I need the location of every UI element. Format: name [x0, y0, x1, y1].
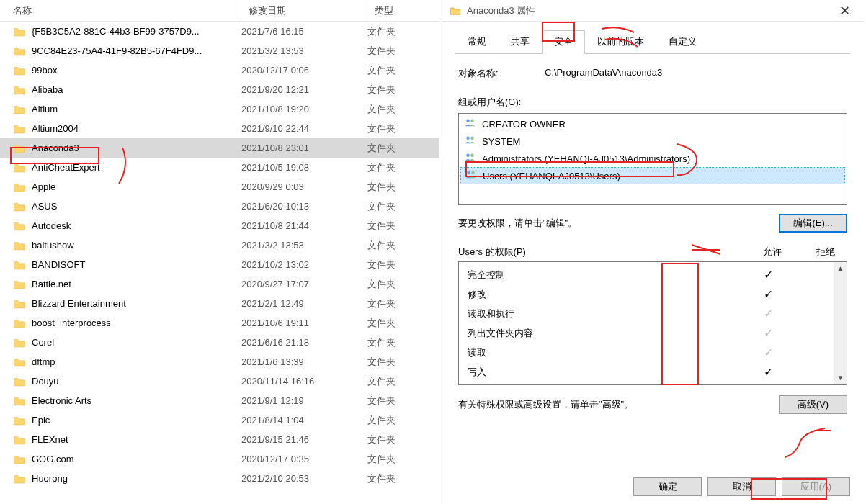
permissions-scrollbar[interactable]: ▲ ▼	[834, 262, 847, 384]
permissions-listbox: 完全控制✓修改✓读取和执行✓列出文件夹内容✓读取✓写入✓ ▲ ▼	[458, 261, 847, 385]
groups-label: 组或用户名(G):	[458, 96, 847, 109]
file-row[interactable]: BANDISOFT2021/10/2 13:02文件夹	[0, 255, 439, 274]
file-row[interactable]: Altium20042021/9/10 22:44文件夹	[0, 119, 439, 138]
dialog-title-bar[interactable]: Anaconda3 属性 ✕	[442, 0, 863, 22]
tab-security[interactable]: 安全	[542, 30, 585, 54]
folder-icon	[13, 414, 26, 427]
file-row[interactable]: baitushow2021/3/2 13:53文件夹	[0, 235, 439, 255]
allow-check-icon: ✓	[747, 365, 789, 379]
file-name: AntiCheatExpert	[32, 162, 241, 173]
permission-row: 列出文件夹内容✓	[459, 323, 834, 343]
folder-icon	[13, 317, 26, 330]
file-row[interactable]: Apple2020/9/29 0:03文件夹	[0, 177, 439, 197]
apply-button[interactable]: 应用(A)	[782, 477, 850, 496]
file-row[interactable]: 99box2020/12/17 0:06文件夹	[0, 60, 439, 80]
file-name: 9CC84E23-75A4-41F9-82B5-67F4FD9...	[32, 45, 241, 56]
file-row[interactable]: GOG.com2020/12/17 0:35文件夹	[0, 449, 439, 469]
permission-name: 列出文件夹内容	[468, 327, 747, 340]
file-type: 文件夹	[367, 181, 425, 194]
file-name: Epic	[32, 415, 241, 426]
file-row[interactable]: Autodesk2021/10/8 21:44文件夹	[0, 216, 439, 235]
column-name[interactable]: 名称	[0, 0, 241, 21]
file-type: 文件夹	[367, 414, 425, 427]
allow-check-icon: ✓	[747, 268, 789, 282]
file-type: 文件夹	[367, 356, 425, 369]
svg-point-6	[467, 171, 470, 175]
group-item[interactable]: CREATOR OWNER	[460, 115, 845, 132]
file-name: baitushow	[32, 240, 241, 251]
tab-share[interactable]: 共享	[499, 30, 542, 53]
file-type: 文件夹	[367, 317, 425, 330]
file-row[interactable]: Anaconda32021/10/8 23:01文件夹	[0, 138, 439, 158]
tab-previous-versions[interactable]: 以前的版本	[585, 30, 656, 53]
file-name: {F5B3C5A2-881C-44b3-BF99-3757D9...	[32, 26, 241, 37]
file-date: 2021/6/20 10:13	[241, 201, 367, 212]
deny-header: 拒绝	[804, 246, 847, 258]
group-name: CREATOR OWNER	[482, 119, 566, 130]
list-header: 名称 修改日期 类型	[0, 0, 439, 22]
cancel-button[interactable]: 取消	[707, 477, 776, 496]
svg-point-7	[471, 171, 475, 175]
allow-check-icon: ✓	[747, 307, 789, 320]
object-name-label: 对象名称:	[458, 67, 545, 80]
file-name: Alibaba	[32, 84, 241, 95]
file-date: 2021/9/10 22:44	[241, 123, 367, 134]
edit-button[interactable]: 编辑(E)...	[779, 214, 847, 233]
tab-general[interactable]: 常规	[455, 30, 499, 53]
group-item[interactable]: SYSTEM	[460, 132, 845, 150]
object-name-value: C:\ProgramData\Anaconda3	[545, 67, 662, 80]
file-row[interactable]: Blizzard Entertainment2021/2/1 12:49文件夹	[0, 294, 439, 313]
folder-icon	[13, 122, 26, 135]
column-type[interactable]: 类型	[367, 0, 432, 21]
file-row[interactable]: FLEXnet2021/9/15 21:46文件夹	[0, 430, 439, 449]
folder-icon	[450, 5, 461, 17]
file-date: 2021/9/1 12:19	[241, 395, 367, 406]
file-date: 2021/2/1 12:49	[241, 298, 367, 309]
dialog-footer: 确定 取消 应用(A)	[442, 469, 863, 504]
tab-custom[interactable]: 自定义	[656, 30, 709, 53]
group-name: Users (YEHANQI-AJ0513\Users)	[483, 171, 620, 181]
column-date[interactable]: 修改日期	[241, 0, 367, 21]
file-row[interactable]: ASUS2021/6/20 10:13文件夹	[0, 197, 439, 216]
file-type: 文件夹	[367, 142, 425, 155]
advanced-button[interactable]: 高级(V)	[779, 395, 847, 414]
group-item[interactable]: Users (YEHANQI-AJ0513\Users)	[460, 167, 845, 184]
file-row[interactable]: dftmp2021/1/6 13:39文件夹	[0, 352, 439, 372]
folder-icon	[13, 181, 26, 194]
file-date: 2021/8/14 1:04	[241, 415, 367, 426]
close-icon[interactable]: ✕	[834, 3, 856, 19]
file-row[interactable]: Douyu2020/11/14 16:16文件夹	[0, 372, 439, 391]
file-type: 文件夹	[367, 161, 425, 174]
file-type: 文件夹	[367, 84, 425, 96]
scroll-down-icon[interactable]: ▼	[834, 372, 847, 384]
file-name: Anaconda3	[32, 143, 241, 153]
file-date: 2020/12/17 0:06	[241, 65, 367, 76]
file-type: 文件夹	[367, 278, 425, 291]
file-row[interactable]: Altium2021/10/8 19:20文件夹	[0, 99, 439, 119]
file-date: 2020/9/27 17:07	[241, 279, 367, 289]
file-row[interactable]: Huorong2021/2/10 20:53文件夹	[0, 469, 439, 488]
file-row[interactable]: AntiCheatExpert2021/10/5 19:08文件夹	[0, 158, 439, 177]
file-row[interactable]: Alibaba2021/9/20 12:21文件夹	[0, 80, 439, 99]
groups-listbox[interactable]: CREATOR OWNERSYSTEMAdministrators (YEHAN…	[458, 113, 847, 205]
svg-point-3	[470, 137, 474, 140]
file-date: 2021/3/2 13:53	[241, 240, 367, 251]
permissions-label: Users 的权限(P)	[458, 246, 526, 258]
file-name: BANDISOFT	[32, 259, 241, 270]
file-date: 2021/10/8 21:44	[241, 220, 367, 231]
edit-hint: 要更改权限，请单击"编辑"。	[458, 217, 577, 230]
ok-button[interactable]: 确定	[633, 477, 702, 496]
file-row[interactable]: Battle.net2020/9/27 17:07文件夹	[0, 274, 439, 294]
users-icon	[465, 118, 478, 130]
file-row[interactable]: Epic2021/8/14 1:04文件夹	[0, 410, 439, 430]
group-item[interactable]: Administrators (YEHANQI-AJ0513\Administr…	[460, 150, 845, 167]
file-row[interactable]: {F5B3C5A2-881C-44b3-BF99-3757D9...2021/7…	[0, 22, 439, 41]
file-name: 99box	[32, 65, 241, 76]
file-row[interactable]: Electronic Arts2021/9/1 12:19文件夹	[0, 391, 439, 410]
file-type: 文件夹	[367, 122, 425, 135]
scroll-up-icon[interactable]: ▲	[834, 262, 847, 275]
file-row[interactable]: 9CC84E23-75A4-41F9-82B5-67F4FD9...2021/3…	[0, 41, 439, 60]
file-row[interactable]: boost_interprocess2021/10/6 19:11文件夹	[0, 313, 439, 333]
file-type: 文件夹	[367, 453, 425, 466]
file-row[interactable]: Corel2021/6/16 21:18文件夹	[0, 333, 439, 352]
